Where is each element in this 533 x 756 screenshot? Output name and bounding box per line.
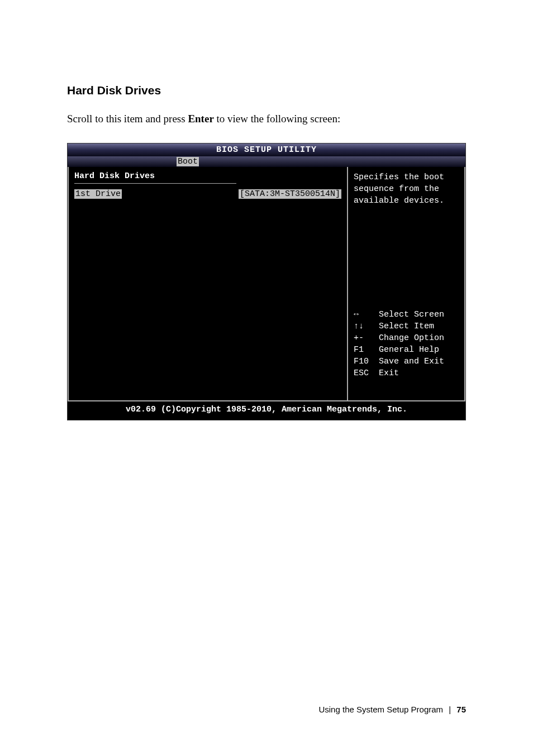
legend-key-arrows-lr: ↔ xyxy=(354,309,379,320)
instruction-bold: Enter xyxy=(188,113,213,125)
bios-tab-row: Boot xyxy=(68,156,465,167)
legend-desc: Select Screen xyxy=(379,309,444,320)
bios-tab-boot: Boot xyxy=(177,157,199,166)
page-footer-divider: | xyxy=(449,705,451,714)
bios-help-text: Specifies the boot sequence from the ava… xyxy=(354,171,459,207)
bios-title-bar: BIOS SETUP UTILITY xyxy=(68,143,465,156)
legend-desc: Exit xyxy=(379,367,399,379)
help-line-2: sequence from the xyxy=(354,183,459,195)
legend-desc: Select Item xyxy=(379,320,434,332)
legend-key-esc: ESC xyxy=(354,367,379,379)
bios-footer: v02.69 (C)Copyright 1985-2010, American … xyxy=(68,401,465,420)
legend-desc: Change Option xyxy=(379,332,444,344)
instruction-prefix: Scroll to this item and press xyxy=(67,113,188,125)
legend-row: ↔ Select Screen xyxy=(354,309,459,320)
legend-row: +- Change Option xyxy=(354,332,459,344)
legend-row: ↑↓ Select Item xyxy=(354,320,459,332)
instruction-text: Scroll to this item and press Enter to v… xyxy=(67,113,466,125)
legend-desc: Save and Exit xyxy=(379,356,444,367)
legend-key-f10: F10 xyxy=(354,356,379,367)
bios-item-label: 1st Drive xyxy=(74,189,122,199)
page-footer: Using the System Setup Program | 75 xyxy=(318,705,466,714)
legend-row: F10 Save and Exit xyxy=(354,356,459,367)
bios-divider xyxy=(74,183,236,184)
bios-screenshot: BIOS SETUP UTILITY Boot Hard Disk Drives… xyxy=(67,143,466,420)
legend-key-f1: F1 xyxy=(354,344,379,356)
page-number: 75 xyxy=(456,705,466,714)
legend-desc: General Help xyxy=(379,344,439,356)
help-line-3: available devices. xyxy=(354,195,459,207)
instruction-suffix: to view the following screen: xyxy=(214,113,340,125)
page-footer-text: Using the System Setup Program xyxy=(318,705,443,714)
bios-right-panel: Specifies the boot sequence from the ava… xyxy=(348,167,465,401)
bios-item-row: 1st Drive [SATA:3M-ST3500514N] xyxy=(74,189,341,199)
bios-legend: ↔ Select Screen ↑↓ Select Item +- Change… xyxy=(354,309,459,396)
legend-key-arrows-ud: ↑↓ xyxy=(354,320,379,332)
legend-key-plusminus: +- xyxy=(354,332,379,344)
section-heading: Hard Disk Drives xyxy=(67,84,466,97)
bios-item-value: [SATA:3M-ST3500514N] xyxy=(239,189,341,199)
help-line-1: Specifies the boot xyxy=(354,171,459,183)
bios-left-panel: Hard Disk Drives 1st Drive [SATA:3M-ST35… xyxy=(68,167,348,401)
legend-row: ESC Exit xyxy=(354,367,459,379)
bios-body: Hard Disk Drives 1st Drive [SATA:3M-ST35… xyxy=(68,167,465,401)
legend-row: F1 General Help xyxy=(354,344,459,356)
bios-panel-title: Hard Disk Drives xyxy=(74,171,341,181)
page-content: Hard Disk Drives Scroll to this item and… xyxy=(0,0,533,420)
